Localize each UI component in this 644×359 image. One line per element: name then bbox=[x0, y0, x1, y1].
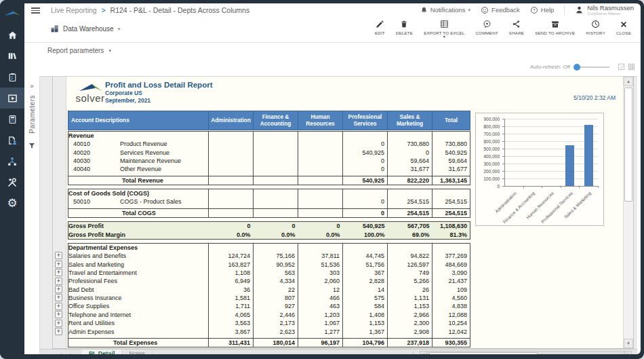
grid-view-icon[interactable] bbox=[628, 63, 635, 71]
sidebar-item-workflow[interactable] bbox=[0, 151, 24, 172]
send-to-archive-icon bbox=[550, 19, 560, 29]
menu-toggle-icon[interactable] bbox=[31, 6, 40, 15]
user-name: Nils Rasmussen bbox=[587, 5, 634, 12]
value-cell: 1,108 bbox=[209, 269, 254, 277]
sidebar-item-publisher[interactable] bbox=[0, 130, 24, 151]
datasource-dropdown[interactable]: Data Warehouse ▾ bbox=[50, 24, 120, 33]
toolbar-action-history[interactable]: HISTORY bbox=[580, 19, 611, 35]
toolbar-action-edit[interactable]: EDIT bbox=[369, 19, 390, 35]
expand-row-button[interactable]: + bbox=[55, 252, 62, 259]
solver-logo-icon bbox=[0, 3, 24, 23]
toolbar-action-send-to-archive[interactable]: SEND TO ARCHIVE bbox=[529, 19, 580, 35]
sidebar-item-tasks[interactable] bbox=[0, 67, 24, 88]
account-name: Professional Fees bbox=[68, 278, 117, 284]
cell bbox=[343, 243, 388, 252]
value-cell: 0.0% bbox=[254, 230, 298, 239]
autorefresh-icons bbox=[618, 63, 635, 71]
slider-knob[interactable] bbox=[573, 64, 580, 71]
help-button[interactable]: ? Help bbox=[530, 6, 555, 14]
scroll-left-button[interactable]: ◂ bbox=[420, 351, 427, 354]
toolbar-action-label: EDIT bbox=[375, 31, 385, 35]
table-row: Gross Profit Margin0.0%0.0%0.0%100.0%69.… bbox=[68, 230, 470, 239]
cell bbox=[388, 189, 432, 198]
help-label: Help bbox=[541, 6, 555, 14]
expand-row-button[interactable]: + bbox=[55, 269, 62, 276]
tab-notes[interactable]: Notes bbox=[122, 349, 153, 354]
expand-row-button[interactable]: + bbox=[55, 261, 62, 268]
value-cell: 254,515 bbox=[432, 197, 470, 206]
notifications-button[interactable]: Notifications ▾ bbox=[420, 6, 470, 14]
sidebar-item-tools[interactable] bbox=[0, 172, 24, 193]
value-cell: 12,042 bbox=[432, 327, 470, 335]
expand-row-button[interactable]: + bbox=[55, 286, 62, 293]
table-row: Gross Profit000540,925567,7051,108,630 bbox=[68, 221, 470, 230]
x-tick-mark bbox=[598, 186, 599, 188]
scrollbar-track[interactable] bbox=[427, 351, 624, 354]
account-code: 40040 bbox=[72, 165, 90, 173]
autorefresh-slider[interactable] bbox=[574, 67, 609, 68]
expand-row-button[interactable]: + bbox=[55, 320, 62, 327]
breadcrumb-section[interactable]: Live Reporting bbox=[51, 6, 97, 14]
scrollbar-thumb[interactable] bbox=[429, 352, 538, 354]
report-section-cogs: Cost of Goods Sold (COGS)50010COGS - Pro… bbox=[68, 189, 470, 218]
account-name: Travel and Entertainment bbox=[68, 269, 137, 276]
expand-panel-icon[interactable]: » bbox=[30, 82, 34, 90]
value-cell bbox=[209, 157, 254, 165]
edit-icon bbox=[376, 19, 384, 29]
column-header: Professional Services bbox=[343, 111, 388, 130]
report-parameters-toggle[interactable]: Report parameters ▾ bbox=[47, 47, 111, 54]
cell bbox=[432, 132, 470, 140]
total-row: Total Revenue540,925822,2201,363,145 bbox=[68, 176, 470, 185]
value-cell: 4,334 bbox=[254, 277, 298, 285]
expand-row-button[interactable]: + bbox=[55, 328, 62, 335]
scroll-down-button[interactable]: ▼ bbox=[624, 339, 633, 348]
tab-next-icon[interactable]: ▸ bbox=[70, 352, 73, 355]
toolbar-action-export-to-excel[interactable]: EXPORT TO EXCEL▾ bbox=[418, 19, 470, 39]
scroll-up-button[interactable]: ▲ bbox=[624, 77, 633, 86]
cell bbox=[298, 189, 343, 198]
breadcrumb: Live Reporting > R124 - P&L - Detail - D… bbox=[51, 6, 249, 14]
tab-pl-detail[interactable]: PL Detail bbox=[82, 349, 122, 354]
horizontal-scrollbar[interactable]: ◂ ▸ bbox=[420, 351, 632, 354]
svg-text:?: ? bbox=[533, 8, 536, 12]
sidebar-item-library[interactable] bbox=[0, 45, 24, 67]
toolbar-action-delete[interactable]: DELETE bbox=[390, 19, 418, 35]
value-cell bbox=[298, 165, 343, 173]
account-name: Sales and Marketing bbox=[68, 261, 124, 268]
filter-icon[interactable] bbox=[28, 142, 36, 150]
tab-prev-icon[interactable]: ◂ bbox=[59, 352, 62, 355]
vertical-scrollbar[interactable]: ▲ ▼ bbox=[623, 77, 633, 348]
y-axis-tick-label: 900,000 bbox=[476, 117, 500, 121]
value-cell: 3,563 bbox=[209, 319, 254, 327]
expand-row-button[interactable]: + bbox=[55, 311, 62, 318]
expand-row-button[interactable]: + bbox=[55, 278, 62, 285]
feedback-button[interactable]: Feedback bbox=[481, 6, 520, 14]
sidebar-item-settings[interactable]: ⚙ bbox=[0, 193, 24, 214]
value-cell: 1,153 bbox=[388, 302, 432, 310]
sidebar-item-budgeting[interactable] bbox=[0, 109, 24, 130]
account-cell: Admin Expenses bbox=[68, 327, 209, 335]
toolbar-action-comment[interactable]: COMMENT bbox=[470, 19, 503, 35]
value-cell: 3,090 bbox=[432, 269, 470, 277]
toolbar-action-share[interactable]: SHARE bbox=[504, 19, 529, 35]
cell bbox=[209, 132, 254, 140]
export-to-excel-icon bbox=[440, 19, 449, 29]
toolbar-action-close[interactable]: CLOSE bbox=[611, 19, 637, 35]
bell-icon bbox=[420, 6, 428, 14]
expand-row-button[interactable]: + bbox=[55, 303, 62, 310]
value-cell: 466 bbox=[298, 294, 343, 302]
value-cell bbox=[298, 140, 343, 148]
sidebar-item-live-reporting[interactable] bbox=[0, 88, 24, 109]
total-value bbox=[298, 176, 343, 185]
user-menu[interactable]: Nils Rasmussen CorpDemo Master bbox=[575, 5, 634, 16]
cell bbox=[254, 243, 298, 252]
scrollbar-thumb[interactable] bbox=[624, 88, 632, 202]
sidebar-item-home[interactable] bbox=[0, 24, 24, 45]
expand-row-button[interactable]: + bbox=[55, 294, 62, 301]
account-code: 40010 bbox=[72, 140, 90, 148]
close-icon bbox=[620, 19, 628, 29]
account-code: 40020 bbox=[72, 149, 90, 157]
edit-refresh-icon[interactable] bbox=[618, 63, 625, 71]
scroll-right-button[interactable]: ▸ bbox=[624, 351, 632, 354]
parameters-panel-label: Parameters bbox=[28, 95, 36, 134]
